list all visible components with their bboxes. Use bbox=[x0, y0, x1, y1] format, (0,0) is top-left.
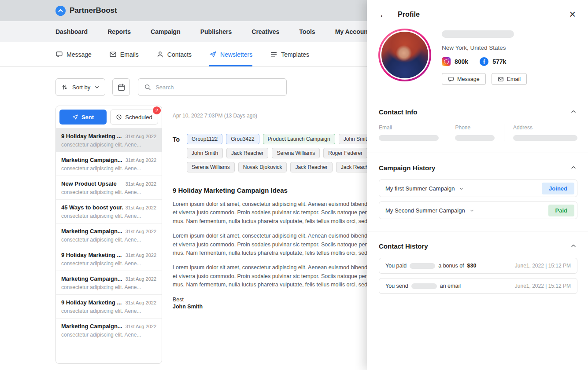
list-item[interactable]: 9 Holiday Marketing ...31st Aug 2022 con… bbox=[56, 295, 162, 319]
list-item[interactable]: Marketing Campaign...31st Aug 2022 conse… bbox=[56, 319, 162, 342]
message-button-label: Message bbox=[457, 76, 480, 82]
nav-item-campaign[interactable]: Campaign bbox=[151, 28, 181, 35]
brand[interactable]: PartnerBoost bbox=[55, 6, 117, 16]
list-item[interactable]: New Product Upsale31st Aug 2022 consecte… bbox=[56, 176, 162, 200]
campaign-row: My Second Summer Campaign Paid bbox=[379, 201, 577, 219]
brand-name: PartnerBoost bbox=[70, 6, 117, 15]
list-item[interactable]: 9 Holiday Marketing ...31st Aug 2022 con… bbox=[56, 247, 162, 271]
nav-item-my-account[interactable]: My Account bbox=[335, 28, 370, 35]
status-badge: Joined bbox=[542, 183, 574, 194]
item-title: Marketing Campaign... bbox=[61, 323, 122, 330]
recipient-chip[interactable]: Jack Reacher bbox=[290, 162, 332, 172]
chevron-down-icon bbox=[94, 84, 100, 90]
history-timestamp: June1, 2022 | 15:12 PM bbox=[515, 283, 571, 289]
tab-contacts[interactable]: Contacts bbox=[156, 42, 192, 66]
recipient-chip[interactable]: Grou3422 bbox=[226, 134, 259, 144]
avatar-ring bbox=[378, 29, 431, 81]
facebook-count: 577k bbox=[492, 58, 506, 65]
contact-fields: Email Phone Address bbox=[379, 125, 577, 141]
email-skeleton bbox=[379, 135, 439, 141]
address-field: Address bbox=[504, 125, 577, 141]
nav-item-publishers[interactable]: Publishers bbox=[200, 28, 232, 35]
search-box[interactable] bbox=[138, 78, 287, 96]
campaign-name-dropdown[interactable]: My first Summer Campaign bbox=[385, 185, 464, 192]
paper-plane-icon bbox=[72, 114, 78, 120]
collapse-campaign-history-button[interactable] bbox=[570, 164, 577, 172]
instagram-stat: 800k bbox=[442, 57, 468, 66]
item-title: 9 Holiday Marketing ... bbox=[61, 133, 122, 139]
collapse-contact-info-button[interactable] bbox=[570, 108, 577, 116]
tab-newsletters[interactable]: Newsletters bbox=[209, 42, 252, 66]
tab-label: Emails bbox=[120, 51, 139, 58]
list-icon bbox=[270, 51, 277, 58]
item-title: 9 Holiday Marketing ... bbox=[61, 299, 122, 306]
search-icon bbox=[144, 84, 152, 91]
item-preview: consectetur adipiscing elit. Aene... bbox=[61, 237, 156, 243]
contact-info-title: Contact Info bbox=[379, 108, 418, 116]
history-text-post: a bonus of bbox=[438, 263, 464, 269]
email-button-label: Email bbox=[507, 76, 521, 82]
profile-location: New York, United States bbox=[442, 44, 527, 51]
recipient-chip[interactable]: Jack Reacher bbox=[226, 148, 268, 158]
tab-label: Newsletters bbox=[220, 51, 252, 58]
list-item[interactable]: 45 Ways to boost your...31st Aug 2022 co… bbox=[56, 200, 162, 223]
item-date: 31st Aug 2022 bbox=[126, 134, 156, 139]
nav-item-creatives[interactable]: Creatives bbox=[251, 28, 279, 35]
list-item[interactable]: Marketing Campaign...31st Aug 2022 conse… bbox=[56, 223, 162, 247]
campaign-name: My Second Summer Campaign bbox=[385, 207, 465, 214]
contact-history-row: You send an email June1, 2022 | 15:12 PM bbox=[379, 278, 577, 294]
contact-history-title: Contact History bbox=[379, 242, 428, 250]
email-button[interactable]: Email bbox=[492, 73, 527, 85]
close-icon[interactable]: × bbox=[569, 9, 576, 20]
item-preview: consectetur adipiscing elit. Aene... bbox=[61, 142, 156, 148]
item-preview: consectetur adipiscing elit. Aene... bbox=[61, 213, 156, 219]
item-date: 31st Aug 2022 bbox=[126, 181, 156, 187]
chevron-up-icon bbox=[570, 243, 577, 249]
phone-field-label: Phone bbox=[455, 125, 504, 131]
profile-head: New York, United States 800k f 577k Mess… bbox=[367, 20, 588, 85]
list-item[interactable]: Marketing Campaign...31st Aug 2022 conse… bbox=[56, 152, 162, 176]
tab-message[interactable]: Message bbox=[55, 42, 92, 66]
scheduled-count-badge: 2 bbox=[153, 106, 161, 114]
address-skeleton bbox=[513, 135, 577, 141]
email-field: Email bbox=[379, 125, 442, 141]
recipient-chip[interactable]: Serena Williams bbox=[272, 148, 320, 158]
search-input[interactable] bbox=[155, 84, 281, 91]
instagram-count: 800k bbox=[455, 58, 468, 65]
recipient-chip[interactable]: John Smith bbox=[187, 148, 223, 158]
history-text-post: an email bbox=[440, 283, 461, 289]
contact-name-skeleton bbox=[411, 283, 437, 289]
recipient-chip[interactable]: Group1122 bbox=[187, 134, 222, 144]
back-arrow-icon[interactable]: ← bbox=[379, 10, 388, 19]
campaign-row: My first Summer Campaign Joined bbox=[379, 180, 577, 197]
brand-logo-icon bbox=[55, 6, 66, 16]
social-stats: 800k f 577k bbox=[442, 57, 527, 66]
list-item[interactable]: Marketing Campaign...31st Aug 2022 conse… bbox=[56, 271, 162, 295]
facebook-stat: f 577k bbox=[480, 57, 506, 66]
campaign-name-dropdown[interactable]: My Second Summer Campaign bbox=[385, 207, 474, 214]
sent-tab[interactable]: Sent bbox=[59, 110, 107, 125]
recipient-chip[interactable]: Novak Djokovick bbox=[238, 162, 287, 172]
tab-templates[interactable]: Templates bbox=[270, 42, 309, 66]
list-item[interactable]: 9 Holiday Marketing ...31st Aug 2022 con… bbox=[56, 128, 162, 152]
scheduled-tab[interactable]: Scheduled 2 bbox=[110, 110, 158, 125]
campaign-history-title: Campaign History bbox=[379, 164, 435, 172]
calendar-icon bbox=[117, 83, 126, 92]
collapse-contact-history-button[interactable] bbox=[570, 242, 577, 250]
recipient-chip[interactable]: Roger Federer bbox=[323, 148, 367, 158]
recipient-chip[interactable]: Product Launch Campaign bbox=[263, 134, 335, 144]
sent-tab-label: Sent bbox=[81, 114, 94, 121]
nav-item-tools[interactable]: Tools bbox=[299, 28, 315, 35]
nav-item-reports[interactable]: Reports bbox=[107, 28, 131, 35]
email-field-label: Email bbox=[379, 125, 442, 131]
calendar-button[interactable] bbox=[112, 78, 130, 96]
message-button[interactable]: Message bbox=[442, 73, 486, 85]
item-title: New Product Upsale bbox=[61, 180, 117, 187]
divider bbox=[367, 153, 588, 153]
sort-by-dropdown[interactable]: Sort by bbox=[55, 78, 105, 96]
nav-item-dashboard[interactable]: Dashboard bbox=[55, 28, 88, 35]
item-date: 31st Aug 2022 bbox=[126, 276, 156, 282]
to-label: To bbox=[173, 136, 180, 176]
recipient-chip[interactable]: Serena Williams bbox=[187, 162, 235, 172]
tab-emails[interactable]: Emails bbox=[109, 42, 139, 66]
